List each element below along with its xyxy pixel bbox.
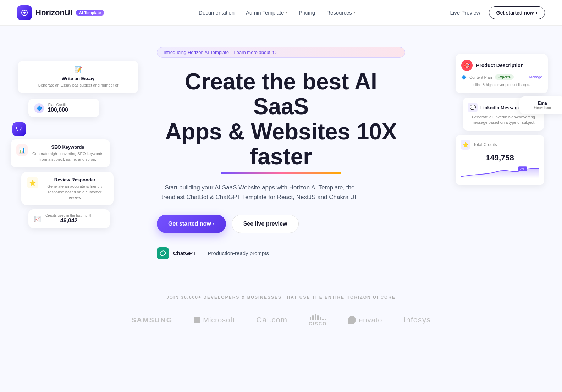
total-credits-label: Total Credits: [473, 142, 497, 147]
hero-title: Create the best AI SaaS Apps & Websites …: [157, 69, 405, 169]
nav-link-pricing[interactable]: Pricing: [299, 10, 315, 16]
seo-desc: Generate high-converting SEO keywords fr…: [31, 151, 104, 162]
divider: |: [201, 249, 203, 257]
get-started-button[interactable]: Get started now ›: [157, 215, 226, 233]
credits-label: Plan Credits: [48, 103, 68, 107]
linkedin-desc: Generate a LinkedIn high-converting mess…: [468, 115, 539, 126]
email-title: Ema: [524, 101, 561, 106]
brands-label: JOIN 30,000+ DEVELOPERS & BUSINESSES THA…: [17, 295, 545, 300]
brands-section: JOIN 30,000+ DEVELOPERS & BUSINESSES THA…: [0, 274, 562, 341]
nav-link-resources[interactable]: Resources ▾: [326, 10, 356, 16]
ai-badge: AI Template: [76, 10, 104, 16]
essay-icon: 📝: [23, 66, 133, 74]
chatgpt-badge: ChatGPT | Production-ready prompts: [157, 247, 405, 259]
nav-live-preview[interactable]: Live Preview: [450, 10, 480, 16]
chart-icon: 📈: [34, 215, 41, 222]
svg-rect-2: [24, 10, 25, 11]
linkedin-icon: 💬: [468, 103, 478, 112]
left-floating-cards: 📝 Write an Essay Generate an Essay bas s…: [7, 61, 128, 228]
email-desc: Gene from: [524, 106, 561, 110]
see-live-preview-button[interactable]: See live preview: [232, 215, 299, 233]
logo[interactable]: HorizonUI AI Template: [17, 5, 104, 20]
nav-link-admin-template[interactable]: Admin Template ▾: [246, 10, 287, 16]
linkedin-title: LinkedIn Message: [480, 105, 520, 110]
svg-point-1: [23, 12, 26, 14]
chatgpt-sub: Production-ready prompts: [208, 250, 269, 256]
plan-credits-card: 🔷 Plan Credits 100,000: [28, 99, 99, 117]
expert-badge: Expert+: [495, 74, 514, 80]
chevron-down-icon: ▾: [285, 10, 287, 15]
chatgpt-label: ChatGPT: [173, 250, 196, 256]
shield-icon: 🛡: [12, 122, 26, 136]
intro-pill[interactable]: Introducing Horizon AI Template – Learn …: [157, 47, 405, 58]
email-card: Ema Gene from: [519, 96, 562, 114]
hero-section: 📝 Write an Essay Generate an Essay bas s…: [0, 26, 562, 274]
seo-icon: 📊: [16, 144, 28, 156]
cisco-logo: CISCO: [309, 314, 327, 326]
envato-logo: envato: [348, 316, 382, 324]
credits-total-header: ⭐ Total Credits: [461, 140, 539, 150]
chatgpt-icon: [157, 247, 169, 259]
plan-icon: 🔷: [461, 75, 467, 80]
get-started-nav-button[interactable]: Get started now ›: [489, 6, 545, 19]
product-desc-text: elling & high conver product listings.: [461, 83, 542, 88]
microsoft-logo: Microsoft: [194, 316, 235, 324]
chevron-down-icon: ▾: [353, 10, 356, 15]
product-desc-card: 🎯 Product Description 🔷 Content Plan Exp…: [456, 54, 548, 93]
right-floating-cards: 🎯 Product Description 🔷 Content Plan Exp…: [456, 54, 562, 185]
product-desc-header: 🎯 Product Description: [461, 60, 542, 71]
navbar: HorizonUI AI Template Documentation Admi…: [0, 0, 562, 26]
mini-chart: Live: [461, 165, 539, 179]
svg-text:Live: Live: [520, 167, 524, 170]
total-credits-value: 149,758: [461, 153, 539, 162]
manage-link[interactable]: Manage: [529, 75, 542, 79]
hero-content: Introducing Horizon AI Template – Learn …: [157, 47, 405, 259]
nav-links: Documentation Admin Template ▾ Pricing R…: [199, 10, 356, 16]
hero-subtitle: Start building your AI SaaS Website apps…: [157, 183, 363, 202]
seo-title: SEO Keywords: [31, 144, 104, 150]
essay-title: Write an Essay: [23, 76, 133, 81]
monthly-credits-card: 📈 Credits used in the last month 46,042: [28, 209, 110, 228]
logo-text: HorizonUI: [35, 8, 72, 17]
brands-row: SAMSUNG Microsoft Cal.com: [17, 314, 545, 326]
envato-icon: [348, 316, 356, 324]
seo-card: 📊 SEO Keywords Generate high-converting …: [11, 139, 110, 167]
star-icon: ⭐: [461, 140, 470, 150]
review-desc: Generate an accurate & friendly response…: [42, 184, 108, 200]
microsoft-text: Microsoft: [203, 316, 235, 324]
plan-row: 🔷 Content Plan Expert+ Manage: [461, 74, 542, 80]
samsung-logo: SAMSUNG: [131, 316, 172, 324]
write-essay-card: 📝 Write an Essay Generate an Essay bas s…: [18, 61, 138, 93]
review-card: ⭐ Review Responder Generate an accurate …: [21, 172, 114, 205]
review-icon: ⭐: [27, 177, 38, 188]
plan-label: Content Plan: [469, 75, 492, 79]
total-credits-card: ⭐ Total Credits 149,758 Live: [456, 135, 544, 185]
product-title: Product Description: [476, 62, 524, 68]
monthly-value: 46,042: [45, 217, 92, 224]
product-icon: 🎯: [461, 60, 473, 71]
credits-value: 100,000: [48, 107, 68, 113]
nav-actions: Live Preview Get started now ›: [450, 6, 545, 19]
cisco-bars-icon: [310, 314, 326, 320]
envato-text: envato: [359, 316, 382, 324]
infosys-logo: Infosys: [403, 315, 431, 325]
credits-icon: 🔷: [34, 103, 44, 113]
calcom-logo: Cal.com: [256, 315, 287, 325]
logo-icon: [17, 5, 32, 20]
nav-link-documentation[interactable]: Documentation: [199, 10, 235, 16]
microsoft-grid-icon: [194, 317, 200, 323]
monthly-label: Credits used in the last month: [45, 214, 92, 217]
cisco-text: CISCO: [309, 321, 327, 326]
review-title: Review Responder: [42, 177, 108, 182]
hero-underline: [221, 172, 341, 174]
hero-buttons: Get started now › See live preview: [157, 215, 405, 233]
essay-desc: Generate an Essay bas subject and number…: [23, 83, 133, 88]
